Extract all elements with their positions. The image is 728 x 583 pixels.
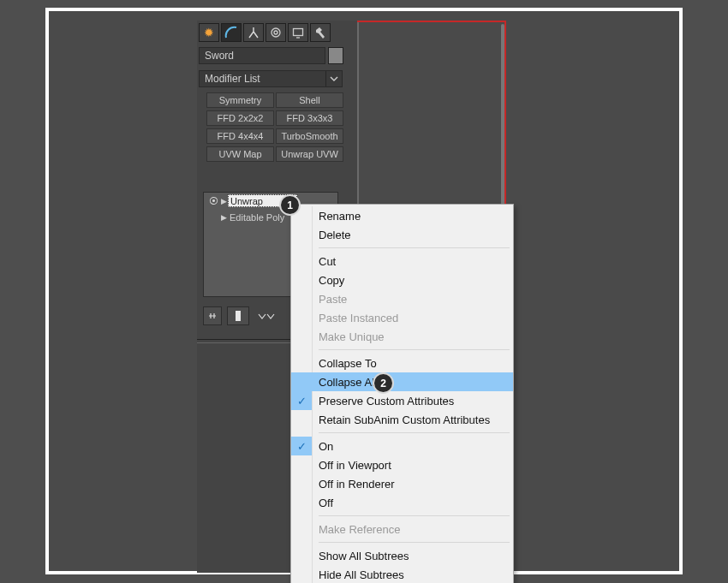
menu-separator [319,515,510,516]
display-tab[interactable] [288,23,308,42]
modifier-ffd333-button[interactable]: FFD 3x3x3 [276,110,343,126]
svg-point-0 [272,28,280,37]
check-icon: ✓ [291,391,312,410]
wheel-icon [269,26,283,39]
stack-context-menu: Rename Delete Cut Copy Paste Paste Insta… [290,204,514,583]
callout-2: 2 [373,372,394,394]
hammer-icon [313,26,327,39]
menu-separator [319,349,510,350]
end-result-icon [232,309,244,323]
menu-on[interactable]: ✓ On [291,437,513,455]
menu-retain-subanim[interactable]: Retain SubAnim Custom Attributes [291,410,513,429]
menu-show-all-subtrees[interactable]: Show All Subtrees [291,546,513,565]
modifier-symmetry-button[interactable]: Symmetry [206,92,274,108]
menu-make-unique: Make Unique [291,327,513,346]
object-color-swatch[interactable] [328,47,343,64]
expand-triangle-icon[interactable]: ▶ [219,197,228,205]
menu-paste: Paste [291,289,513,308]
screen-icon [291,26,305,39]
arc-icon [224,26,238,39]
menu-separator [319,247,510,248]
check-icon: ✓ [291,437,312,455]
modifier-shell-button[interactable]: Shell [276,92,343,108]
menu-paste-instanced: Paste Instanced [291,308,513,327]
modifier-turbosmooth-button[interactable]: TurboSmooth [276,128,343,144]
pin-icon [206,310,218,322]
menu-cut[interactable]: Cut [291,252,513,271]
callout-1: 1 [279,194,301,216]
menu-rename[interactable]: Rename [291,206,513,225]
menu-off[interactable]: Off [291,493,513,512]
chevrons-icon [257,310,277,322]
svg-rect-3 [236,311,241,321]
menu-off-in-viewport[interactable]: Off in Viewport [291,455,513,474]
menu-preserve-custom-attributes[interactable]: ✓ Preserve Custom Attributes [291,391,513,410]
modifier-ffd222-button[interactable]: FFD 2x2x2 [206,110,274,126]
modifier-ffd444-button[interactable]: FFD 4x4x4 [206,128,274,144]
modifier-unwrapuvw-button[interactable]: Unwrap UVW [276,146,343,162]
eye-icon[interactable]: ⦿ [207,196,219,206]
menu-delete[interactable]: Delete [291,225,513,244]
create-tab[interactable]: ✹ [199,23,219,42]
modifier-buttons: Symmetry Shell FFD 2x2x2 FFD 3x3x3 FFD 4… [206,92,343,164]
chevron-down-icon [330,74,338,83]
command-panel-tabs: ✹ [199,23,331,44]
menu-make-reference: Make Reference [291,520,513,538]
sun-icon: ✹ [204,26,214,39]
modifier-uvwmap-button[interactable]: UVW Map [206,146,274,162]
menu-collapse-all[interactable]: Collapse All [291,372,513,391]
show-end-result-button[interactable] [227,306,249,325]
menu-separator [319,542,510,543]
tripod-icon [247,26,260,39]
stack-item-label: Editable Poly [228,212,286,223]
modify-tab[interactable] [221,23,242,42]
menu-collapse-to[interactable]: Collapse To [291,354,513,372]
motion-tab[interactable] [266,23,286,42]
hierarchy-tab[interactable] [243,23,264,42]
menu-separator [319,432,510,433]
menu-item-label: On [319,440,333,453]
modifier-list-dropdown[interactable]: Modifier List [199,70,343,87]
object-name-input[interactable]: Sword [199,47,325,64]
menu-copy[interactable]: Copy [291,271,513,289]
utilities-tab[interactable] [310,23,331,42]
menu-off-in-renderer[interactable]: Off in Renderer [291,474,513,493]
menu-item-label: Preserve Custom Attributes [319,395,454,408]
pin-stack-button[interactable] [203,306,222,325]
svg-point-1 [274,31,277,34]
expand-triangle-icon[interactable]: ▶ [219,213,228,222]
menu-hide-all-subtrees[interactable]: Hide All Subtrees [291,565,513,583]
svg-rect-2 [294,29,303,36]
viewport-active-border [357,21,506,22]
stack-extras[interactable] [254,306,280,325]
dropdown-arrow[interactable] [325,71,342,86]
